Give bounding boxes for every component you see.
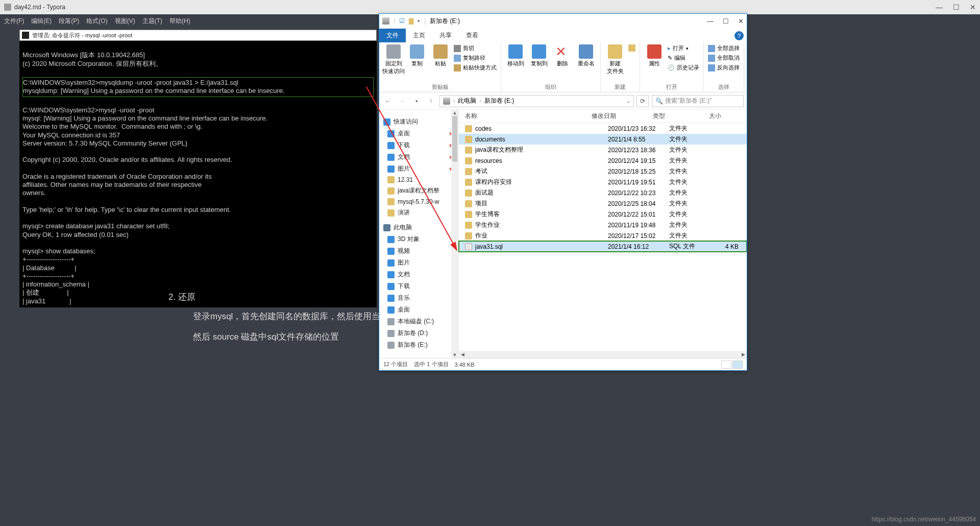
file-row[interactable]: resources2020/12/24 19:15文件夹: [459, 155, 747, 166]
sidebar-folder[interactable]: mysql-5.7.30-w: [379, 197, 458, 207]
menu-format[interactable]: 格式(O): [86, 17, 107, 26]
view-details-icon[interactable]: [732, 361, 743, 369]
menu-theme[interactable]: 主题(T): [142, 17, 162, 26]
tab-view[interactable]: 查看: [459, 29, 485, 42]
address-bar[interactable]: › 此电脑 › 新加卷 (E:) ⌄: [439, 95, 634, 107]
close-icon[interactable]: ✕: [738, 17, 744, 25]
file-row[interactable]: 考试2020/12/18 15:25文件夹: [459, 166, 747, 177]
nav-pane[interactable]: 快速访问 桌面📌 下载📌 文档📌 图片📌 12.31 java课程文档整 mys…: [379, 110, 459, 358]
file-row[interactable]: 学生作业2020/11/19 19:48文件夹: [459, 220, 747, 230]
sidebar-3d[interactable]: 3D 对象: [379, 233, 458, 245]
paste-shortcut-button[interactable]: 粘贴快捷方式: [454, 64, 497, 71]
moveto-button[interactable]: 移动到: [505, 44, 526, 67]
history-button[interactable]: 🕘历史记录: [668, 64, 699, 71]
file-row[interactable]: 项目2020/12/25 18:04文件夹: [459, 198, 747, 209]
tab-file[interactable]: 文件: [379, 29, 406, 42]
sidebar-scrollbar[interactable]: ▲▼: [451, 110, 458, 358]
watermark: https://blog.csdn.net/weixin_44596054: [872, 516, 976, 523]
col-type[interactable]: 类型: [653, 112, 709, 121]
copy-path-button[interactable]: 复制路径: [454, 54, 497, 62]
file-row[interactable]: java31.sql2021/1/4 16:12SQL 文件4 KB: [459, 241, 747, 252]
view-large-icon[interactable]: [721, 361, 731, 369]
up-button[interactable]: ↑: [425, 95, 436, 107]
ribbon-tabs: 文件 主页 共享 查看 ?: [379, 28, 747, 42]
delete-button[interactable]: ✕删除: [552, 44, 573, 67]
doc-paragraph: 登录mysql，首先创建同名的数据库，然后使用当前: [193, 310, 389, 322]
back-button[interactable]: ←: [382, 95, 394, 107]
sidebar-disk-e[interactable]: 新加卷 (E:): [379, 339, 458, 351]
file-row[interactable]: 作业2020/12/17 15:02文件夹: [459, 230, 747, 241]
cmd-body[interactable]: Microsoft Windows [版本 10.0.19042.685] (c…: [19, 41, 377, 307]
pin-quickaccess-button[interactable]: 固定到 快速访问: [383, 44, 404, 75]
sidebar-pictures[interactable]: 图片📌: [379, 163, 458, 175]
sidebar-video[interactable]: 视频: [379, 245, 458, 257]
properties-button[interactable]: 属性: [644, 44, 665, 67]
sidebar-disk-d[interactable]: 新加卷 (D:): [379, 327, 458, 339]
refresh-button[interactable]: ⟳: [636, 95, 649, 107]
file-row[interactable]: java课程文档整理2020/12/23 18:36文件夹: [459, 145, 747, 155]
menu-file[interactable]: 文件(F): [4, 17, 24, 26]
col-date[interactable]: 修改日期: [592, 112, 653, 121]
explorer-titlebar[interactable]: | ☑ ▇ ▾ | 新加卷 (E:) — ☐ ✕: [379, 14, 747, 28]
select-invert-button[interactable]: 反向选择: [708, 64, 740, 71]
sidebar-documents[interactable]: 文档📌: [379, 151, 458, 163]
sidebar-folder[interactable]: java课程文档整: [379, 185, 458, 197]
recent-button[interactable]: ▾: [411, 95, 422, 107]
menu-paragraph[interactable]: 段落(P): [59, 17, 79, 26]
sidebar-folder[interactable]: 演讲: [379, 207, 458, 219]
sidebar-desktop[interactable]: 桌面: [379, 304, 458, 316]
tab-share[interactable]: 共享: [432, 29, 459, 42]
select-none-button[interactable]: 全部取消: [708, 54, 740, 62]
breadcrumb-drive[interactable]: 新加卷 (E:): [484, 97, 514, 105]
sidebar-folder[interactable]: 12.31: [379, 175, 458, 185]
edit-button[interactable]: ✎编辑: [668, 54, 699, 62]
maximize-icon[interactable]: ☐: [953, 3, 960, 11]
menu-view[interactable]: 视图(V): [115, 17, 135, 26]
horizontal-scrollbar[interactable]: ◀▶: [459, 351, 747, 358]
minimize-icon[interactable]: —: [707, 17, 714, 25]
open-button[interactable]: ▸打开▾: [668, 44, 699, 52]
tab-home[interactable]: 主页: [406, 29, 432, 42]
copyto-button[interactable]: 复制到: [529, 44, 549, 67]
copy-button[interactable]: 复制: [407, 44, 427, 67]
sidebar-downloads[interactable]: 下载: [379, 280, 458, 292]
minimize-icon[interactable]: —: [936, 3, 943, 11]
cut-button[interactable]: 剪切: [454, 44, 497, 52]
sidebar-downloads[interactable]: 下载📌: [379, 139, 458, 151]
chevron-down-icon[interactable]: ▾: [418, 18, 420, 23]
forward-button[interactable]: →: [397, 95, 408, 107]
sidebar-disk-c[interactable]: 本地磁盘 (C:): [379, 316, 458, 327]
chevron-down-icon[interactable]: ⌄: [626, 98, 630, 104]
rename-button[interactable]: 重命名: [576, 44, 596, 67]
typora-title: day42.md - Typora: [14, 4, 65, 11]
breadcrumb-pc[interactable]: 此电脑: [458, 97, 476, 105]
file-row[interactable]: 面试题2020/12/22 10:23文件夹: [459, 187, 747, 198]
sidebar-quick-access[interactable]: 快速访问: [379, 116, 458, 128]
sidebar-desktop[interactable]: 桌面📌: [379, 128, 458, 139]
file-row[interactable]: 学生博客2020/12/22 15:01文件夹: [459, 209, 747, 220]
file-row[interactable]: documents2021/1/4 8:55文件夹: [459, 134, 747, 145]
sidebar-documents[interactable]: 文档: [379, 269, 458, 280]
cmd-titlebar[interactable]: 管理员: 命令提示符 - mysql -uroot -proot: [19, 30, 377, 41]
sidebar-pictures[interactable]: 图片: [379, 257, 458, 269]
menu-help[interactable]: 帮助(H): [169, 17, 190, 26]
col-size[interactable]: 大小: [709, 112, 747, 121]
paste-button[interactable]: 粘贴: [430, 44, 451, 67]
list-header[interactable]: 名称 修改日期 类型 大小: [459, 110, 747, 123]
col-name[interactable]: 名称: [459, 112, 592, 121]
search-input[interactable]: 🔍搜索"新加卷 (E:)": [652, 95, 744, 107]
file-row[interactable]: 课程内容安排2020/11/19 19:51文件夹: [459, 177, 747, 187]
folder-icon[interactable]: ▇: [409, 17, 413, 25]
highlighted-command: C:\WINDOWS\system32>mysqldump -uroot -pr…: [22, 77, 374, 97]
close-icon[interactable]: ✕: [970, 3, 976, 11]
select-all-button[interactable]: 全部选择: [708, 44, 740, 52]
checkbox-icon[interactable]: ☑: [399, 17, 405, 25]
help-icon[interactable]: ?: [734, 31, 744, 40]
sidebar-music[interactable]: 音乐: [379, 292, 458, 304]
menu-edit[interactable]: 编辑(E): [31, 17, 52, 26]
file-row[interactable]: codes2020/11/23 16:32文件夹: [459, 123, 747, 134]
new-folder-button[interactable]: 新建 文件夹: [605, 44, 625, 75]
sidebar-this-pc[interactable]: 此电脑: [379, 222, 458, 233]
maximize-icon[interactable]: ☐: [723, 17, 729, 25]
new-item-icon[interactable]: [628, 44, 635, 52]
